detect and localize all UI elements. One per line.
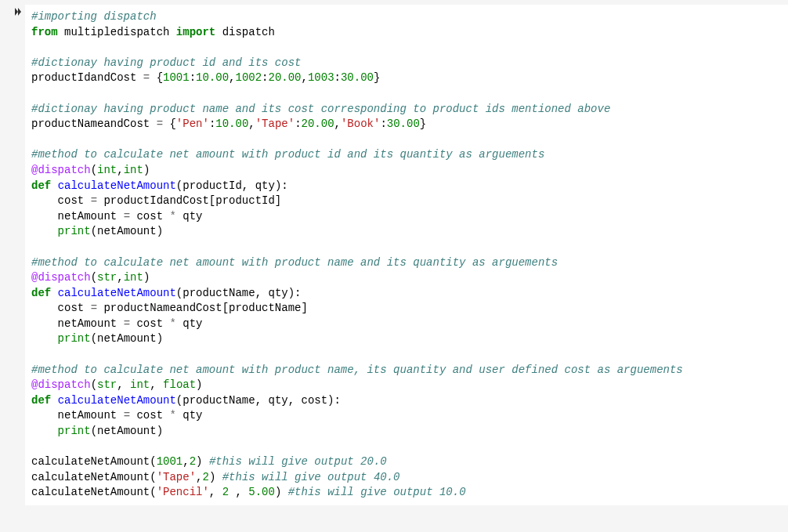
code-token: qty	[176, 210, 203, 223]
code-token: qty	[176, 409, 203, 422]
code-token: 'Tape'	[255, 118, 295, 130]
code-token: 20.00	[302, 118, 334, 130]
code-token: dispatch	[215, 26, 275, 38]
code-token: def	[31, 179, 51, 192]
code-token: 1001	[157, 455, 183, 468]
code-token: 10.00	[196, 71, 229, 84]
code-line: cost = productNameandCost[productName]	[31, 301, 782, 317]
code-token: :	[334, 71, 341, 84]
code-line	[31, 132, 782, 148]
code-line: calculateNetAmount('Tape',2) #this will …	[31, 470, 782, 486]
code-token: )	[275, 486, 288, 498]
code-token: ,	[229, 486, 248, 498]
code-line	[31, 86, 782, 102]
code-token: *	[169, 210, 175, 223]
code-token: calculateNetAmount	[58, 179, 176, 192]
code-token: 1001	[163, 71, 190, 84]
code-editor[interactable]: #importing dispatchfrom multipledispatch…	[25, 5, 788, 505]
code-token: calculateNetAmount(	[31, 486, 157, 498]
code-token	[51, 179, 57, 192]
code-token: cost	[130, 210, 169, 223]
code-token: int	[124, 164, 143, 176]
code-line: calculateNetAmount(1001,2) #this will gi…	[31, 454, 782, 470]
code-line	[31, 240, 782, 255]
code-token: 'Tape'	[157, 471, 196, 483]
code-token: 30.00	[341, 71, 374, 84]
code-token: }	[374, 71, 380, 84]
code-token: productIdandCost[productId]	[97, 194, 281, 207]
code-token: )	[196, 378, 202, 391]
code-token: def	[31, 394, 51, 407]
code-token: )	[143, 164, 150, 176]
code-token: =	[124, 317, 130, 330]
code-token: ,	[117, 378, 130, 391]
run-cell-button[interactable]	[0, 5, 25, 505]
code-token: 'Book'	[341, 118, 380, 130]
code-token: =	[157, 118, 163, 130]
code-token: int	[124, 271, 143, 284]
code-token: int	[97, 164, 117, 176]
code-line: netAmount = cost * qty	[31, 209, 782, 225]
code-token: ,	[302, 71, 308, 84]
code-token: productNameandCost	[31, 118, 157, 130]
code-token: 2	[190, 455, 196, 468]
code-line: #dictionay having product name and its c…	[31, 102, 782, 118]
code-token: :	[380, 118, 386, 130]
run-cell-icon	[14, 7, 22, 16]
code-token: print	[58, 425, 91, 437]
code-token: ,	[248, 118, 255, 130]
code-token: #importing dispatch	[31, 10, 157, 23]
code-token: #this will give output 40.0	[222, 471, 400, 483]
code-token: netAmount	[31, 210, 124, 223]
code-token: productNameandCost[productName]	[97, 302, 308, 314]
code-token: print	[58, 332, 91, 345]
code-token: #dictionay having product id and its cos…	[31, 56, 301, 69]
code-line: from multipledispatch import dispatch	[31, 25, 782, 41]
code-token: int	[130, 378, 150, 391]
code-token: 1003	[308, 71, 334, 84]
code-token: calculateNetAmount	[58, 394, 176, 407]
code-token: 1002	[235, 71, 262, 84]
code-line	[31, 440, 782, 455]
code-token: (productName, qty, cost):	[176, 394, 341, 407]
code-token: )	[209, 471, 222, 483]
code-token: #this will give output 10.0	[288, 486, 466, 498]
code-token: =	[91, 194, 97, 207]
code-token: #this will give output 20.0	[209, 455, 387, 468]
code-token: :	[262, 71, 268, 84]
code-token: :	[190, 71, 196, 84]
code-line: def calculateNetAmount(productId, qty):	[31, 179, 782, 194]
code-token: 'Pen'	[176, 118, 209, 130]
code-token: cost	[31, 302, 91, 314]
code-token: from	[31, 26, 58, 38]
code-token: (netAmount)	[91, 332, 163, 345]
code-token: def	[31, 287, 51, 299]
code-token	[51, 287, 57, 299]
code-line: netAmount = cost * qty	[31, 317, 782, 332]
code-token: (netAmount)	[91, 425, 163, 437]
code-token: 'Pencil'	[157, 486, 209, 498]
code-line: print(netAmount)	[31, 331, 782, 347]
code-token: float	[163, 378, 196, 391]
code-token: (	[91, 271, 97, 284]
code-token: qty	[176, 317, 203, 330]
code-token: 30.00	[387, 118, 420, 130]
code-line: #method to calculate net amount with pro…	[31, 255, 782, 271]
code-token: import	[176, 26, 215, 38]
code-token: }	[420, 118, 426, 130]
code-token: ,	[117, 164, 123, 176]
code-token: ,	[209, 486, 222, 498]
code-token: netAmount	[31, 409, 124, 422]
code-token: 5.00	[248, 486, 275, 498]
code-token: calculateNetAmount(	[31, 471, 157, 483]
code-line	[31, 347, 782, 363]
code-line: def calculateNetAmount(productName, qty,…	[31, 393, 782, 409]
code-token: netAmount	[31, 317, 124, 330]
code-token: @dispatch	[31, 378, 91, 391]
code-token: #dictionay having product name and its c…	[31, 103, 610, 115]
code-token: *	[169, 409, 175, 422]
code-token: #method to calculate net amount with pro…	[31, 364, 683, 376]
code-token: @dispatch	[31, 271, 91, 284]
code-token: 2	[202, 471, 208, 483]
code-token: =	[91, 302, 97, 314]
